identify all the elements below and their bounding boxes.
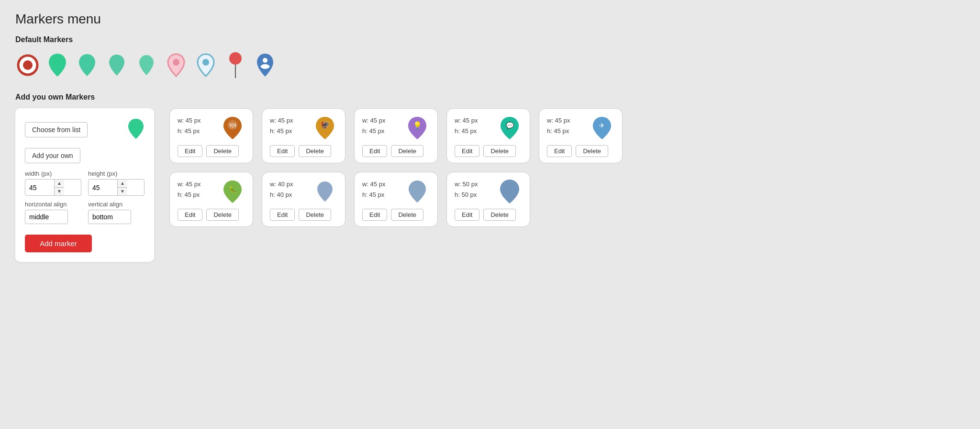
markers-grid: w: 45 px h: 45 px 🍽 Edit Delete bbox=[169, 108, 965, 227]
svg-text:🐛: 🐛 bbox=[229, 185, 237, 193]
h-align-group: horizontal align bbox=[25, 201, 81, 224]
marker-card-2-info: w: 45 px h: 45 px bbox=[270, 115, 293, 136]
card-5-height: h: 45 px bbox=[547, 126, 570, 136]
marker-card-7-top: w: 40 px h: 40 px bbox=[270, 179, 337, 204]
marker-card-7-icon bbox=[312, 179, 337, 204]
card-9-width: w: 50 px bbox=[455, 179, 478, 190]
card-6-height: h: 45 px bbox=[178, 190, 200, 200]
card-3-width: w: 45 px bbox=[362, 115, 385, 126]
card-6-delete-btn[interactable]: Delete bbox=[206, 209, 239, 221]
v-align-group: vertical align bbox=[88, 201, 145, 224]
card-8-height: h: 45 px bbox=[362, 190, 385, 200]
marker-card-8-actions: Edit Delete bbox=[362, 209, 423, 221]
default-marker-teal-pin4[interactable] bbox=[134, 51, 159, 79]
default-marker-lollipop[interactable] bbox=[223, 51, 248, 79]
card-7-delete-btn[interactable]: Delete bbox=[299, 209, 331, 221]
height-spinner-btns: ▲ ▼ bbox=[117, 180, 127, 195]
width-up-btn[interactable]: ▲ bbox=[55, 180, 64, 188]
marker-card-3-icon: 💡 bbox=[405, 115, 430, 140]
marker-card-5-actions: Edit Delete bbox=[547, 145, 608, 157]
card-2-edit-btn[interactable]: Edit bbox=[270, 145, 295, 157]
marker-card-8-top: w: 45 px h: 45 px bbox=[362, 179, 430, 204]
default-marker-blue-user-pin[interactable] bbox=[253, 51, 278, 79]
marker-card-8: w: 45 px h: 45 px Edit Delete bbox=[354, 172, 438, 227]
card-8-width: w: 45 px bbox=[362, 179, 385, 190]
card-7-edit-btn[interactable]: Edit bbox=[270, 209, 295, 221]
height-group: height (px) ▲ ▼ bbox=[88, 170, 145, 196]
card-9-height: h: 50 px bbox=[455, 190, 478, 200]
marker-card-2-icon: 🦃 bbox=[312, 115, 337, 140]
marker-card-5-icon: ✈ bbox=[590, 115, 614, 140]
svg-text:✈: ✈ bbox=[599, 122, 605, 129]
card-7-height: h: 40 px bbox=[270, 190, 293, 200]
v-align-input[interactable] bbox=[88, 210, 131, 224]
height-input[interactable] bbox=[89, 181, 117, 194]
card-5-delete-btn[interactable]: Delete bbox=[576, 145, 608, 157]
marker-card-7-info: w: 40 px h: 40 px bbox=[270, 179, 293, 200]
card-4-height: h: 45 px bbox=[455, 126, 478, 136]
card-5-edit-btn[interactable]: Edit bbox=[547, 145, 572, 157]
add-marker-button[interactable]: Add marker bbox=[25, 235, 92, 252]
default-markers-label: Default Markers bbox=[15, 35, 965, 44]
marker-card-9-icon bbox=[497, 179, 522, 204]
default-markers-row bbox=[15, 51, 965, 79]
width-down-btn[interactable]: ▼ bbox=[55, 188, 64, 195]
marker-card-3: w: 45 px h: 45 px 💡 Edit Delete bbox=[354, 108, 438, 163]
dimension-row: width (px) ▲ ▼ height (px) ▲ ▼ bbox=[25, 170, 145, 196]
svg-point-3 bbox=[202, 59, 209, 66]
height-up-btn[interactable]: ▲ bbox=[118, 180, 127, 188]
svg-point-1 bbox=[23, 60, 33, 70]
svg-text:🦃: 🦃 bbox=[321, 121, 330, 130]
marker-card-4-info: w: 45 px h: 45 px bbox=[455, 115, 478, 136]
svg-point-4 bbox=[229, 52, 242, 65]
marker-card-4: w: 45 px h: 45 px 💬 Edit Delete bbox=[446, 108, 530, 163]
card-8-edit-btn[interactable]: Edit bbox=[362, 209, 387, 221]
card-8-delete-btn[interactable]: Delete bbox=[391, 209, 423, 221]
marker-card-2-actions: Edit Delete bbox=[270, 145, 331, 157]
default-marker-red-circle[interactable] bbox=[15, 51, 40, 79]
second-btn-row: Add your own bbox=[25, 148, 145, 163]
card-4-delete-btn[interactable]: Delete bbox=[483, 145, 516, 157]
marker-card-1: w: 45 px h: 45 px 🍽 Edit Delete bbox=[169, 108, 253, 163]
card-9-delete-btn[interactable]: Delete bbox=[483, 209, 516, 221]
card-1-width: w: 45 px bbox=[178, 115, 200, 126]
height-spinner[interactable]: ▲ ▼ bbox=[88, 179, 145, 196]
svg-text:💬: 💬 bbox=[506, 122, 514, 130]
marker-card-1-top: w: 45 px h: 45 px 🍽 bbox=[178, 115, 245, 140]
default-marker-pink-pin[interactable] bbox=[164, 51, 189, 79]
marker-card-3-info: w: 45 px h: 45 px bbox=[362, 115, 385, 136]
add-your-own-button[interactable]: Add your own bbox=[25, 148, 80, 163]
card-6-edit-btn[interactable]: Edit bbox=[178, 209, 202, 221]
width-input[interactable] bbox=[25, 181, 54, 194]
card-6-width: w: 45 px bbox=[178, 179, 200, 190]
marker-card-7-actions: Edit Delete bbox=[270, 209, 331, 221]
add-own-section: Choose from list Add your own width (px)… bbox=[15, 108, 965, 262]
card-4-edit-btn[interactable]: Edit bbox=[455, 145, 479, 157]
card-3-edit-btn[interactable]: Edit bbox=[362, 145, 387, 157]
card-3-delete-btn[interactable]: Delete bbox=[391, 145, 423, 157]
card-2-delete-btn[interactable]: Delete bbox=[299, 145, 331, 157]
card-1-edit-btn[interactable]: Edit bbox=[178, 145, 202, 157]
page-title: Markers menu bbox=[15, 11, 965, 27]
card-1-delete-btn[interactable]: Delete bbox=[206, 145, 239, 157]
card-2-width: w: 45 px bbox=[270, 115, 293, 126]
height-down-btn[interactable]: ▼ bbox=[118, 188, 127, 195]
h-align-input[interactable] bbox=[25, 210, 68, 224]
marker-card-8-icon bbox=[405, 179, 430, 204]
card-4-width: w: 45 px bbox=[455, 115, 478, 126]
marker-card-1-info: w: 45 px h: 45 px bbox=[178, 115, 200, 136]
marker-card-3-actions: Edit Delete bbox=[362, 145, 423, 157]
card-9-edit-btn[interactable]: Edit bbox=[455, 209, 479, 221]
default-marker-blue-pin-outlined[interactable] bbox=[193, 51, 218, 79]
default-marker-teal-pin3[interactable] bbox=[104, 51, 129, 79]
width-spinner[interactable]: ▲ ▼ bbox=[25, 179, 81, 196]
marker-card-7: w: 40 px h: 40 px Edit Delete bbox=[262, 172, 345, 227]
marker-card-5-info: w: 45 px h: 45 px bbox=[547, 115, 570, 136]
choose-from-list-button[interactable]: Choose from list bbox=[25, 122, 88, 137]
default-marker-green-pin1[interactable] bbox=[45, 51, 70, 79]
svg-text:🍽: 🍽 bbox=[230, 122, 236, 129]
marker-card-4-icon: 💬 bbox=[497, 115, 522, 140]
marker-card-8-info: w: 45 px h: 45 px bbox=[362, 179, 385, 200]
default-marker-teal-pin2[interactable] bbox=[75, 51, 100, 79]
svg-point-2 bbox=[173, 59, 179, 66]
